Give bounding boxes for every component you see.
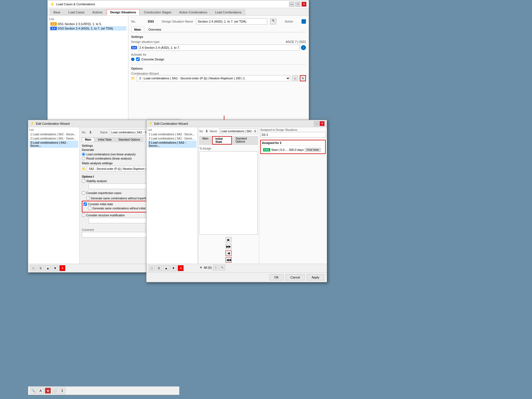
concrete-checkbox[interactable] (136, 57, 140, 61)
arrow-left[interactable]: ◀ (225, 250, 232, 256)
dlg-initial-state-cb[interactable] (84, 202, 87, 206)
apply-button[interactable]: Apply (307, 274, 324, 280)
tab-base[interactable]: Base (50, 9, 64, 15)
maximize-button[interactable]: □ (295, 2, 300, 7)
dlg-left-list-header: List (29, 128, 78, 131)
dlg-right-item-0[interactable]: 1 Load combinations | SA2 - Secon... (148, 132, 197, 136)
dlg-right-item-2[interactable]: 3 Load combinations | SA2 - Secon... (148, 141, 197, 148)
dialog-right-icon: ⚡ (149, 122, 153, 125)
ok-button[interactable]: OK (269, 274, 283, 280)
type-dropdown[interactable]: 2.4 Section 2.4 (ASD), 1. to 7. (138, 45, 300, 51)
dlg-right-item-1[interactable]: 2 Load combinations | SA1 - Geom... (148, 136, 197, 141)
dialog-right-title: ⚡ Edit Combination Wizard (149, 122, 188, 125)
dlg-left-item-1[interactable]: 2 Load combinations | SA1 - Geom... (29, 136, 78, 141)
main-titlebar: ⚡ Load Cases & Combinations — □ ✕ (48, 0, 309, 8)
dlg-radio-linear[interactable] (82, 157, 85, 160)
dlg-left-tb6[interactable]: ■ (45, 388, 51, 394)
dlg-right-max[interactable]: □ (314, 121, 319, 126)
concrete-design-row[interactable]: Concrete Design (131, 57, 306, 61)
tab-load-cases[interactable]: Load Cases (65, 9, 88, 15)
dlg-left-tab-initial[interactable]: Initial State (95, 137, 115, 142)
info-button[interactable]: i (301, 45, 306, 50)
dlg-structure-mod-cb[interactable] (82, 214, 85, 217)
name-input[interactable] (196, 18, 267, 25)
main-title: ⚡ Load Cases & Combinations (50, 2, 95, 6)
dlg-left-tb-copy[interactable]: ⎘ (38, 265, 44, 271)
dlg-left-tb-new[interactable]: □ (30, 265, 36, 271)
dialog-left-icon: ⚡ (30, 122, 34, 125)
dlg-right-tb-copy[interactable]: ⎘ (156, 265, 162, 271)
new-combo-button[interactable]: □ (292, 75, 298, 81)
filter-btn2[interactable]: ✎ (220, 265, 225, 270)
type-dropdown-row: 2.4 2.4 Section 2.4 (ASD), 1. to 7. i (131, 45, 306, 51)
dlg-stability-label: Stability analysis (86, 180, 107, 183)
active-indicator (301, 19, 306, 24)
dlg-right-tab-initial[interactable]: Initial State (212, 136, 232, 145)
dlg-right-name-input[interactable] (219, 128, 258, 134)
dlg-left-tab-standard[interactable]: Standard Options (115, 137, 143, 142)
tab-actions[interactable]: Actions (89, 9, 106, 15)
type-badge: 2.4 (131, 46, 137, 49)
tab-design-situations[interactable]: Design Situations (107, 9, 140, 15)
dlg-left-tab-main[interactable]: Main (82, 137, 94, 142)
dlg-imperfection-cb[interactable] (82, 191, 85, 195)
options-title: Options (131, 67, 306, 70)
dlg-left-item-2[interactable]: 3 Load combinations | SA2 - Secon... (29, 141, 78, 148)
subtab-main[interactable]: Main (131, 27, 144, 32)
assigned-ds-section: Assigned to Design Situations (260, 128, 326, 138)
combo-wizard-row: 📁 3 - Load combinations | SA2 - Second-o… (131, 75, 306, 81)
assigned-for-box: Assigned for 3 CS1 Start | 0.0 ... 300.0… (260, 140, 326, 154)
close-button[interactable]: ✕ (301, 2, 307, 7)
dialog-right-titlebar: ⚡ Edit Combination Wizard □ ✕ (146, 120, 327, 127)
combo-wizard-label: Combination Wizard (131, 72, 306, 75)
dlg-left-tb-delete[interactable]: ✕ (59, 265, 65, 271)
list-item-0[interactable]: 2.3 DS1 Section 2.3 (LRFD), 1. to 5. (49, 22, 126, 26)
dlg-right-tb-new[interactable]: □ (149, 265, 155, 271)
final-state-button[interactable]: Final State (305, 148, 321, 152)
combo-wizard-select[interactable]: 3 - Load combinations | SA2 - Second-ord… (137, 75, 290, 81)
dlg-stability-cb[interactable] (82, 179, 85, 183)
concrete-label: Concrete Design (141, 58, 164, 61)
dlg-left-search[interactable]: 🔍 (30, 388, 36, 394)
dlg-left-tb7[interactable]: ⬚ (52, 388, 58, 394)
cancel-button[interactable]: Cancel (286, 274, 305, 280)
dlg-right-tb-delete[interactable]: ✕ (178, 265, 184, 271)
tab-load-combinations[interactable]: Load Combinations (212, 9, 245, 15)
arrow-left-all[interactable]: ◀◀ (225, 257, 232, 263)
dlg-left-tb-down[interactable]: ▼ (52, 265, 58, 271)
dlg-right-tab-main[interactable]: Main (199, 136, 212, 145)
filter-btn1[interactable]: □ (213, 265, 219, 270)
arrow-right-all[interactable]: ▶▶ (225, 244, 232, 249)
tab-action-combinations[interactable]: Action Combinations (176, 9, 211, 15)
dlg-structure-mod-label: Consider structure modification (86, 214, 125, 217)
edit-name-button[interactable]: ✎ (270, 18, 276, 25)
assigned-ds-input[interactable] (260, 132, 326, 138)
dlg-left-tb8[interactable]: Σ (59, 388, 65, 394)
dlg-right-close[interactable]: ✕ (320, 121, 325, 126)
settings-title: Settings (131, 35, 306, 38)
assigned-item-cs1: CS1 Start | 0.0 ... 300.0 days Final Sta… (262, 147, 324, 152)
dialog-right: ⚡ Edit Combination Wizard □ ✕ List 1 Loa… (146, 120, 327, 282)
type-label: Design situation type (131, 40, 160, 43)
main-tab-bar: Base Load Cases Actions Design Situation… (48, 8, 309, 16)
list-item-1[interactable]: 2.4 DS3 Section 2.4 (ASD), 1. to 7. (w/ … (49, 26, 126, 31)
dlg-left-item-0[interactable]: 1 Load combinations | SA2 - Secon... (29, 132, 78, 136)
options-section: Options Combination Wizard 📁 3 - Load co… (131, 64, 306, 81)
dlg-right-tab-standard[interactable]: Standard Options (232, 136, 258, 145)
dlg-right-middle: No. 3 Name ✎ Main Initial State Standard… (198, 127, 259, 264)
arrow-right[interactable]: ▶ (225, 237, 232, 243)
dlg-left-tb5[interactable]: A (38, 388, 44, 394)
dlg-radio-label-1: Result combinations (linear analysis) (86, 157, 132, 160)
edit-combo-button[interactable]: ✎ (300, 75, 306, 81)
dlg-radio-nonlinear[interactable] (82, 153, 85, 156)
minimize-button[interactable]: — (289, 2, 294, 7)
subtab-overview[interactable]: Overview (145, 27, 164, 32)
dlg-left-tb-up[interactable]: ▲ (45, 265, 51, 271)
dlg-gen-same-initial-cb[interactable] (88, 207, 91, 210)
dlg-right-top-row: No. 3 Name ✎ (199, 128, 258, 134)
dlg-right-tb-down[interactable]: ▼ (170, 265, 176, 271)
tab-construction-stages[interactable]: Construction Stages (140, 9, 175, 15)
dlg-right-tb-up[interactable]: ▲ (163, 265, 169, 271)
title-icon: ⚡ (50, 2, 55, 6)
dlg-gen-same-imperfection-cb[interactable] (86, 197, 90, 200)
